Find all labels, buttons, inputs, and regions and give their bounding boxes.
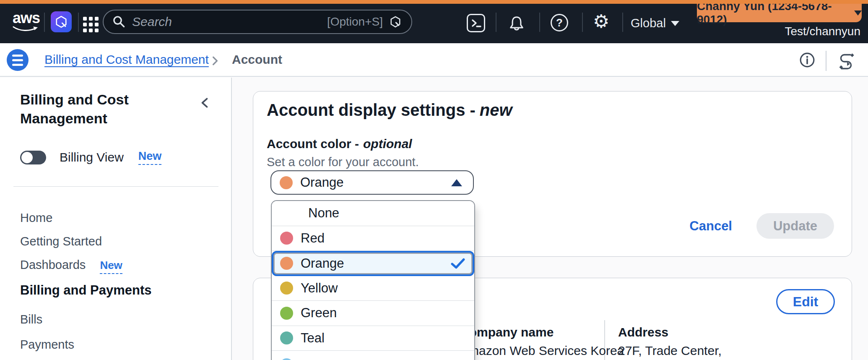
color-swatch <box>280 307 293 320</box>
field-value: 27F, Trade Center, <box>618 344 722 358</box>
color-swatch <box>280 282 293 295</box>
billing-view-toggle-row: Billing View New <box>20 150 161 165</box>
sidebar-item-getting-started[interactable]: Getting Started <box>20 235 102 248</box>
divider <box>826 51 826 71</box>
breadcrumb-link-billing[interactable]: Billing and Cost Management <box>44 52 209 67</box>
divider <box>78 13 79 32</box>
account-color-strip <box>0 0 868 4</box>
main-content: Account display settings -new Account co… <box>233 78 868 360</box>
info-icon[interactable] <box>799 52 815 70</box>
gear-icon[interactable]: ⚙ <box>593 12 609 31</box>
new-badge[interactable]: New <box>138 150 162 165</box>
toggle-label: Billing View <box>60 150 124 164</box>
option-none[interactable]: None <box>272 201 474 226</box>
caret-up-icon <box>451 179 462 186</box>
divider <box>582 13 583 32</box>
aws-logo[interactable]: aws <box>13 10 39 34</box>
option-red[interactable]: Red <box>272 226 474 251</box>
search-shortcut: [Option+S] <box>327 15 383 29</box>
cloudshell-icon[interactable] <box>467 14 485 32</box>
edit-button[interactable]: Edit <box>776 289 835 314</box>
divider <box>13 186 218 187</box>
route-icon[interactable] <box>837 52 855 73</box>
color-swatch <box>280 358 293 360</box>
sidebar-item-bills[interactable]: Bills <box>20 313 42 326</box>
company-name-field: Company name Amazon Web Services Korea <box>460 325 624 358</box>
chevron-down-icon <box>671 21 679 26</box>
chevron-right-icon <box>212 56 218 66</box>
bell-icon[interactable] <box>507 14 526 32</box>
card-title-new: new <box>480 101 512 119</box>
aws-smile-icon <box>13 26 39 32</box>
billing-view-toggle[interactable] <box>20 151 46 164</box>
field-label: Address <box>618 325 722 339</box>
checkmark-icon <box>451 258 465 269</box>
iam-user-label: Test/channyun <box>785 25 860 38</box>
divider <box>496 13 496 32</box>
search-icon <box>113 16 125 28</box>
sidebar-collapse-button[interactable] <box>199 97 211 110</box>
field-value: Amazon Web Services Korea <box>460 344 624 358</box>
new-badge: New <box>100 259 122 274</box>
option-yellow[interactable]: Yellow <box>272 276 474 301</box>
aws-console-screen: aws Search [Option+S] <box>0 0 868 360</box>
sidebar-section-billing-and-payments: Billing and Payments <box>20 283 152 298</box>
account-color-select[interactable]: Orange <box>270 170 474 195</box>
amazon-q-icon[interactable] <box>51 11 72 32</box>
sidebar-item-home[interactable]: Home <box>20 211 52 225</box>
card-title: Account display settings -new <box>267 101 512 120</box>
field-label: Company name <box>460 325 624 339</box>
account-color-description: Set a color for your account. <box>267 155 419 169</box>
color-swatch <box>280 257 293 270</box>
search-input[interactable]: Search [Option+S] <box>103 10 412 34</box>
chevron-down-icon <box>854 10 862 16</box>
shield-q-icon <box>389 15 402 29</box>
divider <box>539 13 540 32</box>
divider <box>44 13 45 32</box>
top-navbar: aws Search [Option+S] <box>0 4 868 43</box>
sidebar: Billing and Cost Management Billing View… <box>0 78 232 360</box>
services-grid-icon[interactable] <box>83 17 99 32</box>
option-partial[interactable] <box>272 351 474 360</box>
sidebar-title: Billing and Cost Management <box>20 90 163 128</box>
card-actions: Cancel Update <box>689 213 834 239</box>
option-green[interactable]: Green <box>272 301 474 326</box>
search-placeholder: Search <box>132 15 327 29</box>
help-icon[interactable]: ? <box>551 14 568 31</box>
region-label: Global <box>631 16 666 30</box>
option-orange-selected[interactable]: Orange <box>272 251 474 276</box>
option-teal[interactable]: Teal <box>272 326 474 351</box>
account-label: Channy Yun (1234-5678-9012) <box>697 0 850 26</box>
color-swatch <box>280 331 293 344</box>
breadcrumb-bar: Billing and Cost Management Account <box>0 43 868 77</box>
chevron-left-icon <box>199 97 211 109</box>
selected-color-value: Orange <box>300 175 343 190</box>
account-color-dropdown: None Red Orange Yellow Green <box>271 200 475 360</box>
sidebar-item-dashboards[interactable]: Dashboards New <box>20 258 122 274</box>
region-selector[interactable]: Global <box>631 16 679 30</box>
address-field: Address 27F, Trade Center, <box>618 325 722 358</box>
color-swatch <box>280 232 293 245</box>
account-color-label: Account color -optional <box>267 137 412 151</box>
update-button[interactable]: Update <box>756 213 834 239</box>
breadcrumb-current: Account <box>232 52 282 67</box>
hamburger-icon[interactable] <box>7 49 29 71</box>
cancel-button[interactable]: Cancel <box>689 219 732 234</box>
sidebar-item-payments[interactable]: Payments <box>20 338 74 352</box>
selected-color-swatch <box>280 176 293 189</box>
divider <box>622 13 623 32</box>
